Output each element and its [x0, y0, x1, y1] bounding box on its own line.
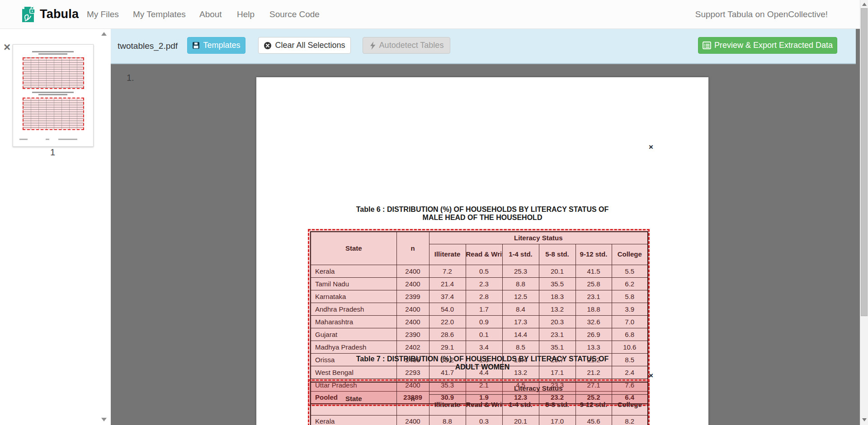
page-1-thumbnail[interactable] [13, 44, 94, 147]
nav-about[interactable]: About [199, 0, 222, 28]
top-navbar: Tabula My Files My Templates About Help … [0, 0, 860, 29]
remove-file-icon[interactable]: × [4, 41, 10, 53]
document-toolbar: twotables_2.pdf Templates Clear All Sele… [111, 28, 856, 64]
templates-button[interactable]: Templates [187, 37, 245, 54]
scrollbar-up-icon[interactable] [862, 3, 867, 6]
table6-title-line2: MALE HEAD OF THE HOUSEHOLD [256, 214, 708, 222]
table6-title: Table 6 : DISTRIBUTION (%) OF HOUSEHOLDS… [256, 205, 708, 222]
autodetect-button-label: Autodetect Tables [379, 41, 444, 50]
thumb-title-line [38, 53, 67, 55]
thumb-title-line [32, 51, 74, 52]
thumb-footer-text [46, 139, 49, 140]
preview-export-button[interactable]: Preview & Export Extracted Data [698, 37, 837, 54]
templates-button-label: Templates [203, 41, 240, 50]
tabula-pdf-logo-icon[interactable] [20, 5, 36, 23]
table7-title-line2: ADULT WOMEN [256, 363, 708, 371]
selection-close-table7-icon[interactable]: × [649, 372, 659, 379]
pdf-canvas: 1. Table 6 : DISTRIBUTION (%) OF HOUSEHO… [111, 28, 860, 425]
thumb-footer-text [58, 139, 77, 140]
page-index-label: 1. [127, 73, 134, 83]
lightning-bolt-icon [369, 42, 376, 50]
tabula-app: Tabula My Files My Templates About Help … [0, 0, 868, 425]
templates-icon [192, 42, 200, 49]
thumb-title-line [32, 92, 74, 93]
thumb-footer-text [19, 139, 28, 140]
brand-title[interactable]: Tabula [40, 0, 79, 28]
window-scrollbar[interactable] [860, 0, 868, 425]
table7-title-line1: Table 7 : DISTRIBUTION (%) OF HOUSEHOLDS… [256, 355, 708, 363]
support-link[interactable]: Support Tabula on OpenCollective! [695, 0, 828, 28]
scrollbar-down-icon[interactable] [862, 418, 867, 421]
pdf-page-1[interactable]: Table 6 : DISTRIBUTION (%) OF HOUSEHOLDS… [256, 77, 708, 425]
nav-my-files[interactable]: My Files [87, 0, 119, 28]
clear-button-label: Clear All Selections [275, 41, 345, 50]
export-button-label: Preview & Export Extracted Data [714, 41, 833, 50]
thumb-title-line [38, 94, 67, 95]
thumbnail-page-number: 1 [13, 147, 93, 158]
autodetect-tables-button[interactable]: Autodetect Tables [363, 37, 450, 54]
nav-my-templates[interactable]: My Templates [133, 0, 186, 28]
document-filename: twotables_2.pdf [118, 28, 178, 63]
sidebar-scroll-up-icon[interactable] [101, 32, 107, 36]
remove-circle-icon [264, 42, 272, 50]
page-thumbnail-sidebar: × 1 [0, 28, 111, 425]
selection-box-table7[interactable] [308, 379, 650, 425]
list-alt-icon [703, 42, 711, 49]
nav-help[interactable]: Help [237, 0, 255, 28]
selection-close-table6-icon[interactable]: × [649, 143, 659, 151]
table6-title-line1: Table 6 : DISTRIBUTION (%) OF HOUSEHOLDS… [256, 205, 708, 214]
scrollbar-thumb[interactable] [861, 8, 868, 316]
table7-title: Table 7 : DISTRIBUTION (%) OF HOUSEHOLDS… [256, 355, 708, 371]
clear-all-selections-button[interactable]: Clear All Selections [258, 37, 351, 54]
nav-source-code[interactable]: Source Code [269, 0, 320, 28]
sidebar-scroll-down-icon[interactable] [101, 418, 107, 421]
thumbnail-selection-table7[interactable] [23, 98, 84, 130]
thumbnail-selection-table6[interactable] [23, 57, 84, 89]
